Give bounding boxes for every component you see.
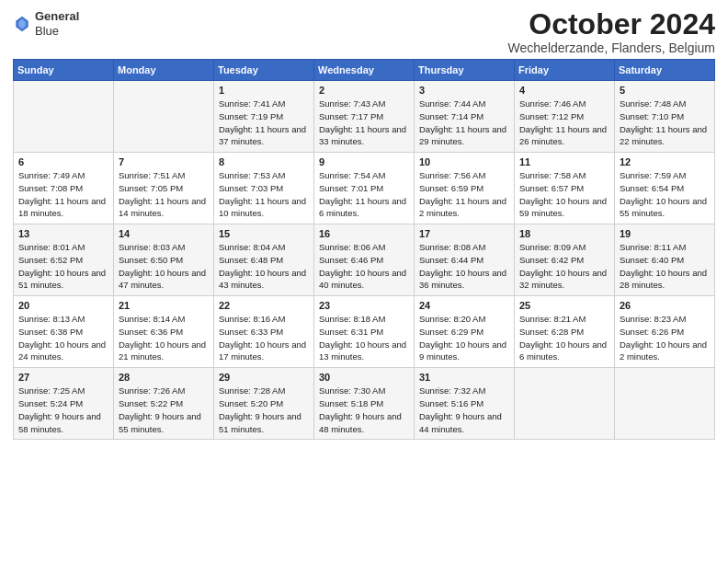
day-info: Sunrise: 8:04 AMSunset: 6:48 PMDaylight:… [219, 241, 309, 292]
day-number: 9 [319, 156, 409, 167]
sunrise: Sunrise: 8:16 AM [219, 314, 285, 324]
calendar-cell: 21Sunrise: 8:14 AMSunset: 6:36 PMDayligh… [114, 296, 214, 368]
sunrise: Sunrise: 8:14 AM [119, 314, 185, 324]
sunrise: Sunrise: 8:20 AM [419, 314, 485, 324]
day-info: Sunrise: 7:43 AMSunset: 7:17 PMDaylight:… [319, 98, 409, 148]
sunrise: Sunrise: 7:48 AM [620, 98, 686, 109]
day-info: Sunrise: 7:54 AMSunset: 7:01 PMDaylight:… [319, 169, 409, 220]
calendar-cell: 5Sunrise: 7:48 AMSunset: 7:10 PMDaylight… [615, 81, 715, 153]
calendar-week-row: 1Sunrise: 7:41 AMSunset: 7:19 PMDaylight… [14, 81, 715, 153]
sunset: Sunset: 6:42 PM [519, 255, 584, 265]
calendar-cell: 15Sunrise: 8:04 AMSunset: 6:48 PMDayligh… [214, 224, 314, 296]
day-number: 15 [219, 228, 309, 239]
daylight: Daylight: 10 hours and 51 minutes. [18, 268, 106, 291]
day-number: 7 [119, 156, 209, 167]
day-info: Sunrise: 7:46 AMSunset: 7:12 PMDaylight:… [519, 98, 609, 148]
day-info: Sunrise: 7:32 AMSunset: 5:16 PMDaylight:… [419, 385, 509, 435]
sunrise: Sunrise: 8:04 AM [219, 242, 285, 252]
calendar-cell: 16Sunrise: 8:06 AMSunset: 6:46 PMDayligh… [314, 224, 415, 296]
day-number: 12 [620, 156, 710, 167]
daylight: Daylight: 9 hours and 44 minutes. [419, 411, 502, 434]
day-info: Sunrise: 7:48 AMSunset: 7:10 PMDaylight:… [620, 98, 710, 148]
daylight: Daylight: 10 hours and 40 minutes. [319, 268, 406, 291]
sunrise: Sunrise: 7:49 AM [18, 170, 85, 180]
day-info: Sunrise: 7:51 AMSunset: 7:05 PMDaylight:… [119, 169, 209, 220]
day-number: 13 [18, 228, 108, 239]
daylight: Daylight: 10 hours and 43 minutes. [219, 268, 306, 291]
calendar-cell: 7Sunrise: 7:51 AMSunset: 7:05 PMDaylight… [114, 153, 214, 224]
day-info: Sunrise: 7:30 AMSunset: 5:18 PMDaylight:… [319, 385, 409, 435]
daylight: Daylight: 9 hours and 48 minutes. [319, 411, 402, 434]
day-info: Sunrise: 8:23 AMSunset: 6:26 PMDaylight:… [620, 313, 710, 363]
daylight: Daylight: 10 hours and 17 minutes. [219, 339, 306, 362]
day-number: 8 [219, 156, 309, 167]
sunset: Sunset: 6:54 PM [620, 183, 684, 193]
calendar-cell: 10Sunrise: 7:56 AMSunset: 6:59 PMDayligh… [415, 153, 515, 224]
day-number: 17 [419, 228, 509, 239]
daylight: Daylight: 11 hours and 29 minutes. [419, 124, 506, 147]
calendar-cell [615, 368, 715, 440]
calendar-cell: 9Sunrise: 7:54 AMSunset: 7:01 PMDaylight… [314, 153, 415, 224]
sunrise: Sunrise: 7:28 AM [219, 385, 285, 396]
sunset: Sunset: 6:26 PM [620, 327, 684, 337]
sunrise: Sunrise: 7:25 AM [18, 385, 85, 396]
calendar-cell: 27Sunrise: 7:25 AMSunset: 5:24 PMDayligh… [14, 368, 114, 440]
calendar-cell: 20Sunrise: 8:13 AMSunset: 6:38 PMDayligh… [14, 296, 114, 368]
calendar-container: General Blue October 2024 Wechelderzande… [0, 0, 728, 445]
day-info: Sunrise: 8:16 AMSunset: 6:33 PMDaylight:… [219, 313, 309, 363]
sunrise: Sunrise: 7:41 AM [219, 98, 285, 109]
day-info: Sunrise: 7:59 AMSunset: 6:54 PMDaylight:… [620, 169, 710, 220]
day-number: 6 [18, 156, 108, 167]
daylight: Daylight: 11 hours and 2 minutes. [419, 196, 506, 219]
daylight: Daylight: 10 hours and 21 minutes. [119, 339, 206, 362]
day-info: Sunrise: 8:18 AMSunset: 6:31 PMDaylight:… [319, 313, 409, 363]
calendar-cell: 14Sunrise: 8:03 AMSunset: 6:50 PMDayligh… [114, 224, 214, 296]
day-number: 31 [419, 372, 509, 383]
sunset: Sunset: 6:59 PM [419, 183, 483, 193]
day-info: Sunrise: 8:21 AMSunset: 6:28 PMDaylight:… [519, 313, 609, 363]
sunrise: Sunrise: 8:11 AM [620, 242, 686, 252]
daylight: Daylight: 10 hours and 55 minutes. [620, 196, 707, 219]
day-number: 1 [219, 85, 309, 96]
day-info: Sunrise: 7:25 AMSunset: 5:24 PMDaylight:… [18, 385, 108, 435]
day-info: Sunrise: 8:11 AMSunset: 6:40 PMDaylight:… [620, 241, 710, 292]
weekday-header: Sunday [14, 60, 114, 81]
calendar-cell: 30Sunrise: 7:30 AMSunset: 5:18 PMDayligh… [314, 368, 415, 440]
calendar-cell: 28Sunrise: 7:26 AMSunset: 5:22 PMDayligh… [114, 368, 214, 440]
day-number: 25 [519, 300, 609, 311]
daylight: Daylight: 10 hours and 9 minutes. [419, 339, 506, 362]
day-info: Sunrise: 7:44 AMSunset: 7:14 PMDaylight:… [419, 98, 509, 148]
day-number: 2 [319, 85, 409, 96]
daylight: Daylight: 9 hours and 58 minutes. [18, 411, 101, 434]
weekday-header: Tuesday [214, 60, 314, 81]
sunrise: Sunrise: 7:58 AM [519, 170, 586, 180]
sunset: Sunset: 7:03 PM [219, 183, 283, 193]
day-number: 28 [119, 372, 209, 383]
sunrise: Sunrise: 8:21 AM [519, 314, 586, 324]
sunset: Sunset: 7:08 PM [18, 183, 83, 193]
sunrise: Sunrise: 7:46 AM [519, 98, 586, 109]
day-number: 18 [519, 228, 609, 239]
day-number: 22 [219, 300, 309, 311]
daylight: Daylight: 10 hours and 6 minutes. [519, 339, 607, 362]
daylight: Daylight: 10 hours and 28 minutes. [620, 268, 707, 291]
day-number: 29 [219, 372, 309, 383]
sunrise: Sunrise: 7:26 AM [119, 385, 185, 396]
calendar-week-row: 20Sunrise: 8:13 AMSunset: 6:38 PMDayligh… [14, 296, 715, 368]
calendar-cell: 4Sunrise: 7:46 AMSunset: 7:12 PMDaylight… [515, 81, 615, 153]
day-number: 23 [319, 300, 409, 311]
day-info: Sunrise: 7:41 AMSunset: 7:19 PMDaylight:… [219, 98, 309, 148]
logo-line2: Blue [35, 24, 79, 39]
sunrise: Sunrise: 7:59 AM [620, 170, 686, 180]
sunrise: Sunrise: 8:01 AM [18, 242, 85, 252]
month-title: October 2024 [508, 9, 715, 39]
calendar-cell [515, 368, 615, 440]
logo: General Blue [13, 9, 79, 38]
day-info: Sunrise: 7:49 AMSunset: 7:08 PMDaylight:… [18, 169, 108, 220]
calendar-table: SundayMondayTuesdayWednesdayThursdayFrid… [13, 59, 715, 440]
sunrise: Sunrise: 7:53 AM [219, 170, 285, 180]
calendar-cell: 2Sunrise: 7:43 AMSunset: 7:17 PMDaylight… [314, 81, 415, 153]
sunset: Sunset: 5:20 PM [219, 398, 283, 408]
sunrise: Sunrise: 8:08 AM [419, 242, 485, 252]
calendar-cell [114, 81, 214, 153]
